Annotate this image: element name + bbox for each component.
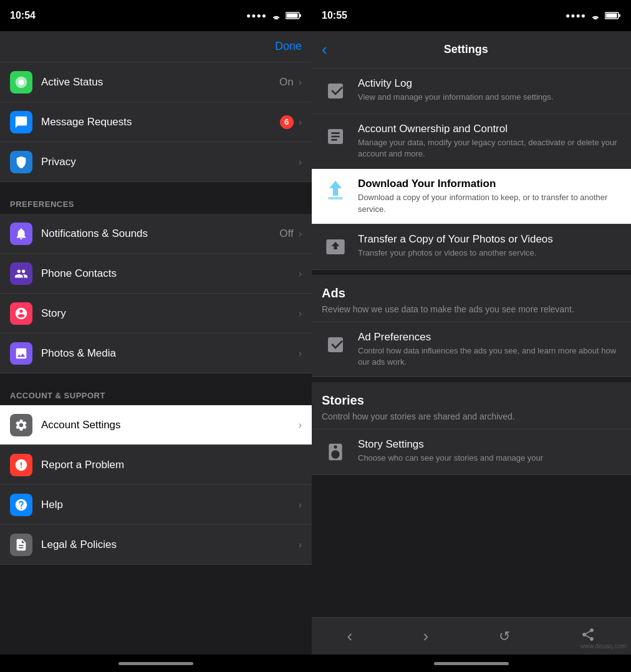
preferences-header: PREFERENCES <box>0 187 312 214</box>
right-signal-icon: ●●●● <box>566 11 586 20</box>
watermark: www.deuaq.com <box>580 643 626 650</box>
account-settings-label: Account Settings <box>41 419 299 431</box>
svg-rect-2 <box>287 14 298 18</box>
transfer-photos-item[interactable]: Transfer a Copy of Your Photos or Videos… <box>312 224 631 270</box>
left-panel: 10:54 ●●●● Done <box>0 0 312 672</box>
legal-policies-right: › <box>299 539 302 550</box>
ads-section: Ads Review how we use data to make the a… <box>312 275 631 377</box>
legal-policies-item[interactable]: Legal & Policies › <box>0 525 312 565</box>
active-status-content: Active Status <box>41 76 279 89</box>
story-item[interactable]: Story › <box>0 294 312 334</box>
photos-media-label: Photos & Media <box>41 347 299 360</box>
account-ownership-icon <box>322 123 349 150</box>
privacy-label: Privacy <box>41 156 299 168</box>
account-ownership-text: Account Ownership and Control Manage you… <box>358 123 621 160</box>
ad-preferences-icon <box>322 331 349 358</box>
account-ownership-item[interactable]: Account Ownership and Control Manage you… <box>312 114 631 169</box>
download-info-text: Download Your Information Download a cop… <box>358 178 621 214</box>
account-ownership-desc: Manage your data, modify your legacy con… <box>358 137 621 160</box>
left-status-bar: 10:54 ●●●● <box>0 0 312 31</box>
bottom-forward-button[interactable]: › <box>413 622 438 651</box>
right-time: 10:55 <box>322 10 347 21</box>
account-settings-chevron: › <box>299 420 302 431</box>
notifications-value: Off <box>279 228 293 240</box>
report-problem-item[interactable]: Report a Problem <box>0 445 312 485</box>
legal-policies-content: Legal & Policies <box>41 539 299 551</box>
account-settings-icon <box>10 414 32 436</box>
account-section: ACCOUNT & SUPPORT Account Settings › <box>0 378 312 565</box>
notifications-item[interactable]: Notifications & Sounds Off › <box>0 214 312 254</box>
stories-desc: Control how your stories are shared and … <box>312 411 631 430</box>
active-status-right: On › <box>279 76 302 89</box>
download-info-icon <box>322 178 349 205</box>
phone-contacts-label: Phone Contacts <box>41 267 299 280</box>
right-battery-icon <box>605 11 621 20</box>
active-status-chevron: › <box>299 77 302 88</box>
right-panel: 10:55 ●●●● ‹ Settings <box>312 0 631 672</box>
right-wifi-icon <box>590 11 601 20</box>
activity-log-icon <box>322 77 349 105</box>
active-status-item[interactable]: Active Status On › <box>0 62 312 102</box>
phone-contacts-item[interactable]: Phone Contacts › <box>0 254 312 294</box>
right-gap-bottom <box>312 475 631 500</box>
battery-icon <box>286 11 302 20</box>
notifications-chevron: › <box>299 228 302 239</box>
ad-preferences-item[interactable]: Ad Preferences Control how data influenc… <box>312 322 631 377</box>
right-gap-2 <box>312 377 631 382</box>
privacy-item[interactable]: Privacy › <box>0 142 312 182</box>
activity-log-text: Activity Log View and manage your inform… <box>358 77 621 103</box>
ads-desc: Review how we use data to make the ads y… <box>312 304 631 322</box>
report-problem-content: Report a Problem <box>41 459 302 471</box>
privacy-icon <box>10 151 32 173</box>
settings-title: Settings <box>330 43 602 56</box>
svg-rect-1 <box>299 14 301 17</box>
account-ownership-title: Account Ownership and Control <box>358 123 621 135</box>
help-item[interactable]: Help › <box>0 485 312 525</box>
report-problem-icon <box>10 454 32 476</box>
report-problem-label: Report a Problem <box>41 459 302 471</box>
help-label: Help <box>41 499 299 511</box>
right-gap-1 <box>312 270 631 275</box>
account-settings-content: Account Settings <box>41 419 299 431</box>
notifications-content: Notifications & Sounds <box>41 228 279 240</box>
left-home-bar <box>0 655 312 672</box>
legal-policies-label: Legal & Policies <box>41 539 299 551</box>
legal-policies-icon <box>10 534 32 556</box>
privacy-right: › <box>299 156 302 168</box>
activity-log-title: Activity Log <box>358 77 621 90</box>
download-info-item[interactable]: Download Your Information Download a cop… <box>312 169 631 224</box>
message-requests-item[interactable]: Message Requests 6 › <box>0 102 312 142</box>
message-requests-right: 6 › <box>280 115 302 129</box>
signal-icon: ●●●● <box>246 11 267 20</box>
transfer-photos-icon <box>322 233 349 261</box>
right-status-icons: ●●●● <box>566 11 621 20</box>
account-settings-right: › <box>299 420 302 431</box>
ad-preferences-title: Ad Preferences <box>358 331 621 343</box>
gap-2 <box>0 373 312 378</box>
phone-contacts-content: Phone Contacts <box>41 267 299 280</box>
story-icon <box>10 302 32 325</box>
left-time: 10:54 <box>10 10 36 21</box>
story-right: › <box>299 308 302 319</box>
left-home-bar-line <box>118 662 193 665</box>
photos-media-item[interactable]: Photos & Media › <box>0 334 312 373</box>
message-requests-badge: 6 <box>280 115 294 129</box>
svg-rect-5 <box>619 14 620 17</box>
activity-log-item[interactable]: Activity Log View and manage your inform… <box>312 69 631 114</box>
back-button[interactable]: ‹ <box>322 40 327 59</box>
account-settings-item[interactable]: Account Settings › <box>0 405 312 445</box>
gap-1 <box>0 182 312 187</box>
photos-media-icon <box>10 342 32 365</box>
help-icon <box>10 494 32 516</box>
right-top-nav: ‹ Settings <box>312 31 631 69</box>
left-status-icons: ●●●● <box>246 11 302 20</box>
ad-preferences-desc: Control how data influences the ads you … <box>358 345 621 368</box>
message-requests-chevron: › <box>299 117 302 128</box>
story-settings-item[interactable]: Story Settings Choose who can see your s… <box>312 430 631 475</box>
story-label: Story <box>41 307 299 320</box>
done-button[interactable]: Done <box>275 40 302 53</box>
phone-contacts-chevron: › <box>299 268 302 279</box>
bottom-refresh-button[interactable]: ↺ <box>489 623 520 650</box>
bottom-back-button[interactable]: ‹ <box>337 622 363 651</box>
svg-marker-7 <box>329 181 342 196</box>
